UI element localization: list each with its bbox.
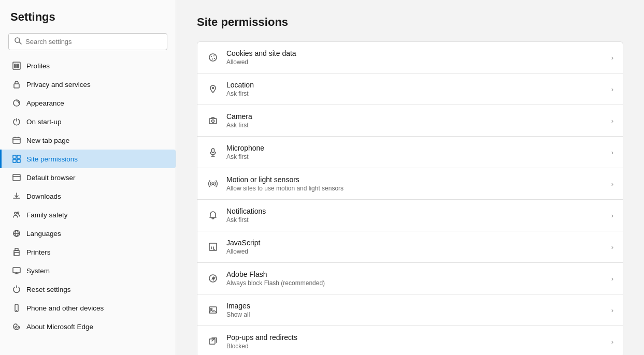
cookies-name: Cookies and site data bbox=[226, 49, 606, 57]
languages-label: Languages bbox=[26, 230, 61, 238]
svg-rect-8 bbox=[13, 159, 16, 162]
permission-item-cookies[interactable]: Cookies and site data Allowed › bbox=[197, 41, 623, 73]
location-icon bbox=[207, 83, 219, 95]
svg-point-12 bbox=[18, 212, 19, 214]
svg-rect-2 bbox=[13, 62, 20, 69]
camera-name: Camera bbox=[226, 112, 606, 121]
search-box[interactable] bbox=[8, 33, 167, 50]
svg-point-0 bbox=[15, 38, 20, 42]
sidebar-item-startup[interactable]: On start-up bbox=[0, 112, 176, 131]
permission-item-images[interactable]: Images Show all › bbox=[197, 294, 623, 326]
phone-icon bbox=[12, 303, 21, 313]
settings-title: Settings bbox=[0, 10, 176, 33]
svg-point-33 bbox=[211, 308, 212, 310]
sidebar-item-privacy[interactable]: Privacy and services bbox=[0, 75, 176, 94]
location-text: Location Ask first bbox=[226, 81, 606, 97]
svg-point-21 bbox=[212, 58, 213, 60]
camera-status: Ask first bbox=[226, 122, 606, 129]
images-name: Images bbox=[226, 302, 606, 310]
permission-item-javascript[interactable]: JavaScript Allowed › bbox=[197, 231, 623, 262]
family-icon bbox=[12, 210, 21, 219]
printers-label: Printers bbox=[26, 248, 51, 256]
sensors-status: Allow sites to use motion and light sens… bbox=[226, 185, 606, 192]
sidebar-item-sitepermissions[interactable]: Site permissions bbox=[0, 150, 176, 168]
main-content: Site permissions Cookies and site data A… bbox=[176, 0, 644, 355]
defaultbrowser-label: Default browser bbox=[26, 174, 76, 182]
svg-point-29 bbox=[212, 183, 214, 185]
aboutedge-label: About Microsoft Edge bbox=[26, 323, 93, 331]
cookies-icon bbox=[207, 51, 219, 64]
sidebar-item-familysafety[interactable]: Family safety bbox=[0, 205, 176, 224]
images-icon bbox=[207, 304, 219, 316]
sidebar-item-printers[interactable]: Printers bbox=[0, 243, 176, 261]
cookies-arrow: › bbox=[611, 54, 613, 62]
search-icon bbox=[14, 37, 22, 47]
microphone-arrow: › bbox=[611, 149, 613, 156]
resetsettings-label: Reset settings bbox=[26, 286, 71, 293]
microphone-status: Ask first bbox=[226, 153, 606, 160]
appearance-icon bbox=[12, 98, 21, 108]
sensors-name: Motion or light sensors bbox=[226, 175, 606, 184]
popup-icon bbox=[207, 335, 219, 348]
notifications-status: Ask first bbox=[226, 216, 606, 224]
camera-arrow: › bbox=[611, 117, 613, 125]
sidebar-item-downloads[interactable]: Downloads bbox=[0, 187, 176, 205]
sidebar-item-defaultbrowser[interactable]: Default browser bbox=[0, 168, 176, 187]
camera-icon bbox=[207, 114, 219, 127]
svg-rect-9 bbox=[17, 159, 20, 162]
languages-icon bbox=[12, 229, 21, 238]
sidebar-item-newtab[interactable]: New tab page bbox=[0, 131, 176, 150]
permission-item-camera[interactable]: Camera Ask first › bbox=[197, 105, 623, 136]
images-status: Show all bbox=[226, 311, 606, 318]
javascript-name: JavaScript bbox=[226, 239, 606, 247]
popups-name: Pop-ups and redirects bbox=[226, 333, 606, 342]
permission-item-location[interactable]: Location Ask first › bbox=[197, 73, 623, 105]
sensors-arrow: › bbox=[611, 180, 613, 188]
permission-list: Cookies and site data Allowed › Location… bbox=[197, 41, 623, 355]
svg-rect-14 bbox=[14, 253, 19, 256]
system-icon bbox=[12, 266, 21, 275]
profiles-label: Profiles bbox=[26, 62, 50, 70]
svg-rect-24 bbox=[209, 119, 217, 124]
newtab-label: New tab page bbox=[26, 137, 69, 144]
popups-status: Blocked bbox=[226, 343, 606, 350]
browser-icon bbox=[12, 173, 21, 182]
adobeflash-text: Adobe Flash Always block Flash (recommen… bbox=[226, 270, 606, 287]
svg-point-19 bbox=[211, 56, 212, 57]
grid-icon bbox=[12, 154, 21, 164]
notifications-name: Notifications bbox=[226, 207, 606, 215]
permission-item-popups[interactable]: Pop-ups and redirects Blocked › bbox=[197, 326, 623, 355]
sidebar-item-phonedevices[interactable]: Phone and other devices bbox=[0, 299, 176, 317]
notifications-text: Notifications Ask first bbox=[226, 207, 606, 224]
svg-rect-34 bbox=[209, 339, 215, 344]
notifications-arrow: › bbox=[611, 212, 613, 219]
sidebar-item-appearance[interactable]: Appearance bbox=[0, 94, 176, 112]
permission-item-notifications[interactable]: Notifications Ask first › bbox=[197, 199, 623, 231]
sidebar-item-system[interactable]: System bbox=[0, 261, 176, 280]
sidebar-item-aboutedge[interactable]: About Microsoft Edge bbox=[0, 317, 176, 336]
svg-rect-30 bbox=[209, 243, 217, 250]
svg-rect-5 bbox=[13, 138, 20, 143]
adobeflash-status: Always block Flash (recommended) bbox=[226, 279, 606, 287]
sitepermissions-label: Site permissions bbox=[26, 155, 78, 163]
appearance-label: Appearance bbox=[26, 99, 64, 107]
svg-rect-16 bbox=[13, 268, 20, 273]
location-name: Location bbox=[226, 81, 606, 89]
search-input[interactable] bbox=[25, 38, 162, 46]
sidebar-item-languages[interactable]: Languages bbox=[0, 224, 176, 243]
permission-item-adobeflash[interactable]: Adobe Flash Always block Flash (recommen… bbox=[197, 262, 623, 294]
sidebar-item-profiles[interactable]: Profiles bbox=[0, 56, 176, 75]
downloads-label: Downloads bbox=[26, 193, 61, 200]
permission-item-sensors[interactable]: Motion or light sensors Allow sites to u… bbox=[197, 168, 623, 199]
svg-point-20 bbox=[213, 55, 214, 56]
newtab-icon bbox=[12, 136, 21, 145]
svg-rect-26 bbox=[212, 149, 214, 153]
microphone-text: Microphone Ask first bbox=[226, 144, 606, 160]
permission-item-microphone[interactable]: Microphone Ask first › bbox=[197, 136, 623, 168]
svg-point-22 bbox=[214, 58, 215, 59]
sidebar-item-resetsettings[interactable]: Reset settings bbox=[0, 280, 176, 299]
javascript-status: Allowed bbox=[226, 248, 606, 255]
power-icon bbox=[12, 117, 21, 126]
javascript-icon bbox=[207, 241, 219, 253]
cookies-text: Cookies and site data Allowed bbox=[226, 49, 606, 66]
